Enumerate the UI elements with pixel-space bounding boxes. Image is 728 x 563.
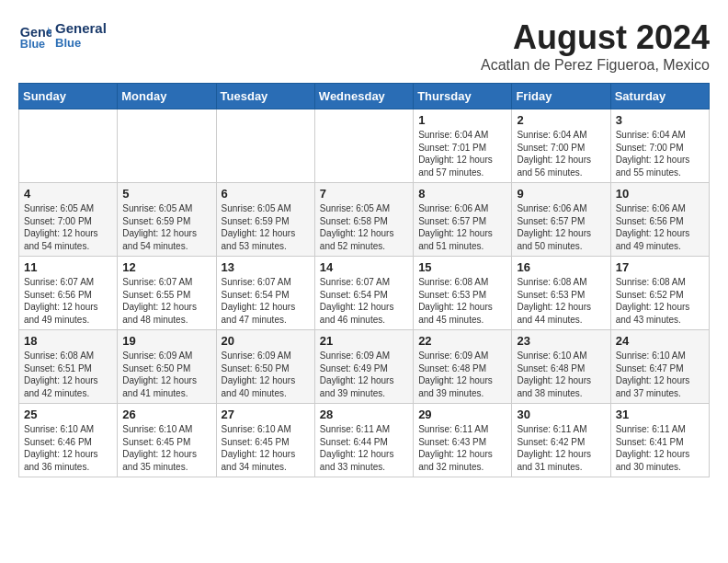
day-info: Sunrise: 6:11 AMSunset: 6:43 PMDaylight:… [418,423,506,473]
day-number: 13 [222,260,310,274]
calendar-cell: 16Sunrise: 6:08 AMSunset: 6:53 PMDayligh… [512,257,610,330]
day-number: 25 [24,408,112,421]
calendar-week-row: 4Sunrise: 6:05 AMSunset: 7:00 PMDaylight… [19,183,710,257]
calendar-cell: 13Sunrise: 6:07 AMSunset: 6:54 PMDayligh… [216,257,314,330]
calendar-cell: 30Sunrise: 6:11 AMSunset: 6:42 PMDayligh… [512,404,610,477]
day-info: Sunrise: 6:07 AMSunset: 6:55 PMDaylight:… [122,276,210,326]
day-number: 5 [122,187,210,201]
day-info: Sunrise: 6:06 AMSunset: 6:57 PMDaylight:… [517,202,605,252]
day-number: 27 [222,408,310,421]
day-number: 17 [616,260,704,274]
day-info: Sunrise: 6:10 AMSunset: 6:45 PMDaylight:… [222,423,310,473]
day-info: Sunrise: 6:06 AMSunset: 6:57 PMDaylight:… [418,202,506,252]
svg-text:Blue: Blue [20,38,45,51]
day-info: Sunrise: 6:08 AMSunset: 6:52 PMDaylight:… [616,276,704,326]
calendar-cell: 6Sunrise: 6:05 AMSunset: 6:59 PMDaylight… [216,183,314,257]
calendar-cell: 25Sunrise: 6:10 AMSunset: 6:46 PMDayligh… [19,404,118,477]
calendar-cell: 21Sunrise: 6:09 AMSunset: 6:49 PMDayligh… [314,330,413,404]
day-info: Sunrise: 6:07 AMSunset: 6:56 PMDaylight:… [24,276,112,326]
day-info: Sunrise: 6:05 AMSunset: 7:00 PMDaylight:… [24,202,112,252]
day-number: 12 [122,260,210,274]
day-info: Sunrise: 6:05 AMSunset: 6:59 PMDaylight:… [122,202,210,252]
day-number: 19 [122,334,210,348]
day-number: 26 [122,408,210,421]
day-info: Sunrise: 6:04 AMSunset: 7:01 PMDaylight:… [418,129,506,178]
day-number: 28 [320,408,408,421]
calendar-cell: 14Sunrise: 6:07 AMSunset: 6:54 PMDayligh… [314,257,413,330]
logo-line2: Blue [55,36,107,50]
calendar-week-row: 25Sunrise: 6:10 AMSunset: 6:46 PMDayligh… [19,404,710,477]
weekday-header-tuesday: Tuesday [216,84,314,109]
day-number: 6 [222,187,310,201]
calendar-cell: 9Sunrise: 6:06 AMSunset: 6:57 PMDaylight… [512,183,610,257]
calendar-cell: 24Sunrise: 6:10 AMSunset: 6:47 PMDayligh… [610,330,709,404]
calendar-cell [118,109,216,183]
day-info: Sunrise: 6:04 AMSunset: 7:00 PMDaylight:… [616,129,704,178]
day-number: 31 [616,408,704,421]
day-info: Sunrise: 6:11 AMSunset: 6:44 PMDaylight:… [320,423,408,473]
logo-line1: General [55,20,107,36]
location-title: Acatlan de Perez Figueroa, Mexico [481,57,710,74]
day-info: Sunrise: 6:05 AMSunset: 6:58 PMDaylight:… [320,202,408,252]
calendar-cell: 19Sunrise: 6:09 AMSunset: 6:50 PMDayligh… [118,330,216,404]
calendar-cell: 8Sunrise: 6:06 AMSunset: 6:57 PMDaylight… [414,183,512,257]
day-number: 14 [320,260,408,274]
day-info: Sunrise: 6:06 AMSunset: 6:56 PMDaylight:… [616,202,704,252]
day-number: 3 [616,113,704,127]
weekday-header-row: SundayMondayTuesdayWednesdayThursdayFrid… [19,84,710,109]
day-number: 22 [418,334,506,348]
svg-text:General: General [20,25,51,40]
day-info: Sunrise: 6:08 AMSunset: 6:51 PMDaylight:… [24,350,112,399]
day-info: Sunrise: 6:10 AMSunset: 6:46 PMDaylight:… [24,423,112,473]
calendar-week-row: 11Sunrise: 6:07 AMSunset: 6:56 PMDayligh… [19,257,710,330]
day-number: 21 [320,334,408,348]
calendar-cell: 4Sunrise: 6:05 AMSunset: 7:00 PMDaylight… [19,183,118,257]
calendar-cell: 17Sunrise: 6:08 AMSunset: 6:52 PMDayligh… [610,257,709,330]
day-info: Sunrise: 6:09 AMSunset: 6:50 PMDaylight:… [122,350,210,399]
calendar-cell: 28Sunrise: 6:11 AMSunset: 6:44 PMDayligh… [314,404,413,477]
weekday-header-wednesday: Wednesday [314,84,413,109]
calendar-cell: 1Sunrise: 6:04 AMSunset: 7:01 PMDaylight… [414,109,512,183]
day-number: 15 [418,260,506,274]
day-info: Sunrise: 6:09 AMSunset: 6:49 PMDaylight:… [320,350,408,399]
day-number: 7 [320,187,408,201]
calendar-week-row: 1Sunrise: 6:04 AMSunset: 7:01 PMDaylight… [19,109,710,183]
day-number: 11 [24,260,112,274]
calendar-cell: 3Sunrise: 6:04 AMSunset: 7:00 PMDaylight… [610,109,709,183]
calendar-cell [314,109,413,183]
calendar-cell: 29Sunrise: 6:11 AMSunset: 6:43 PMDayligh… [414,404,512,477]
day-number: 29 [418,408,506,421]
calendar-cell: 2Sunrise: 6:04 AMSunset: 7:00 PMDaylight… [512,109,610,183]
calendar-cell: 10Sunrise: 6:06 AMSunset: 6:56 PMDayligh… [610,183,709,257]
calendar-cell: 5Sunrise: 6:05 AMSunset: 6:59 PMDaylight… [118,183,216,257]
weekday-header-sunday: Sunday [19,84,118,109]
logo: General Blue General Blue [18,18,107,52]
calendar-cell: 7Sunrise: 6:05 AMSunset: 6:58 PMDaylight… [314,183,413,257]
day-info: Sunrise: 6:09 AMSunset: 6:48 PMDaylight:… [418,350,506,399]
day-info: Sunrise: 6:10 AMSunset: 6:48 PMDaylight:… [517,350,605,399]
calendar-cell: 23Sunrise: 6:10 AMSunset: 6:48 PMDayligh… [512,330,610,404]
calendar-week-row: 18Sunrise: 6:08 AMSunset: 6:51 PMDayligh… [19,330,710,404]
calendar-cell: 27Sunrise: 6:10 AMSunset: 6:45 PMDayligh… [216,404,314,477]
day-info: Sunrise: 6:07 AMSunset: 6:54 PMDaylight:… [222,276,310,326]
day-number: 30 [517,408,605,421]
calendar-cell: 12Sunrise: 6:07 AMSunset: 6:55 PMDayligh… [118,257,216,330]
calendar-cell: 18Sunrise: 6:08 AMSunset: 6:51 PMDayligh… [19,330,118,404]
weekday-header-friday: Friday [512,84,610,109]
day-info: Sunrise: 6:11 AMSunset: 6:42 PMDaylight:… [517,423,605,473]
title-block: August 2024 Acatlan de Perez Figueroa, M… [481,18,710,74]
day-number: 24 [616,334,704,348]
day-number: 9 [517,187,605,201]
month-title: August 2024 [481,18,710,57]
day-info: Sunrise: 6:07 AMSunset: 6:54 PMDaylight:… [320,276,408,326]
page-header: General Blue General Blue August 2024 Ac… [18,18,710,74]
calendar-cell: 20Sunrise: 6:09 AMSunset: 6:50 PMDayligh… [216,330,314,404]
day-number: 10 [616,187,704,201]
day-info: Sunrise: 6:04 AMSunset: 7:00 PMDaylight:… [517,129,605,178]
calendar-cell [216,109,314,183]
day-number: 4 [24,187,112,201]
calendar-cell: 11Sunrise: 6:07 AMSunset: 6:56 PMDayligh… [19,257,118,330]
day-number: 23 [517,334,605,348]
day-info: Sunrise: 6:08 AMSunset: 6:53 PMDaylight:… [517,276,605,326]
day-number: 8 [418,187,506,201]
